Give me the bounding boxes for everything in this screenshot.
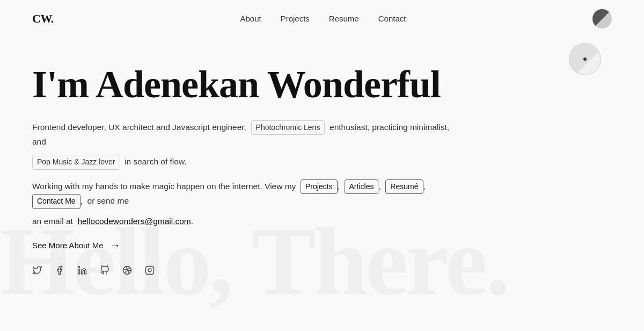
description-line2: Pop Music & Jazz lover in search of flow…: [32, 155, 451, 170]
comma4: , or send me: [80, 196, 129, 205]
desc-line3-pre: Working with my hands to make magic happ…: [32, 182, 296, 191]
nav-resume[interactable]: Resume: [329, 14, 359, 23]
svg-point-1: [78, 267, 80, 268]
linkedin-icon: [77, 265, 87, 275]
github-link[interactable]: [100, 265, 109, 278]
nav-contact[interactable]: Contact: [378, 14, 406, 23]
projects-link[interactable]: Projects: [301, 179, 338, 195]
comma1: ,: [338, 182, 340, 191]
dribbble-link[interactable]: [122, 265, 132, 278]
decorative-circle: [569, 43, 601, 75]
dribbble-icon: [122, 265, 132, 275]
description-line1: Frontend developer, UX architect and Jav…: [32, 120, 451, 149]
comma3: ,: [423, 182, 426, 191]
desc-line2-post: in search of flow.: [125, 157, 186, 166]
main-content: I'm Adenekan Wonderful Frontend develope…: [0, 38, 644, 278]
logo: CW.: [32, 12, 54, 26]
articles-link[interactable]: Articles: [345, 179, 379, 195]
hero-heading: I'm Adenekan Wonderful: [32, 64, 612, 105]
description-line3: Working with my hands to make magic happ…: [32, 179, 451, 210]
see-more-link[interactable]: See More About Me →: [32, 239, 612, 251]
comma2: ,: [378, 182, 380, 191]
contact-me-link[interactable]: Contact Me: [32, 194, 80, 209]
svg-rect-3: [146, 267, 154, 275]
pop-music-jazz-tag: Pop Music & Jazz lover: [32, 155, 120, 170]
facebook-icon: [55, 265, 64, 275]
nav-about[interactable]: About: [240, 14, 261, 23]
linkedin-link[interactable]: [77, 265, 87, 278]
photochromic-lens-tag: Photochromic Lens: [251, 120, 325, 135]
arrow-icon: →: [110, 239, 120, 251]
period: .: [191, 217, 193, 226]
navbar: CW. About Projects Resume Contact: [0, 0, 644, 38]
nav-projects[interactable]: Projects: [281, 14, 310, 23]
twitter-icon: [32, 265, 42, 275]
description-block2: Working with my hands to make magic happ…: [32, 179, 451, 229]
email-pre: an email at: [32, 217, 73, 226]
nav-links: About Projects Resume Contact: [240, 14, 406, 24]
github-icon: [100, 265, 109, 275]
facebook-link[interactable]: [55, 265, 64, 278]
svg-rect-0: [78, 269, 80, 274]
description-line4: an email at hellocodewonders@gmail.com.: [32, 214, 451, 228]
email-link[interactable]: hellocodewonders@gmail.com: [77, 217, 191, 226]
description-block: Frontend developer, UX architect and Jav…: [32, 120, 451, 170]
resume-link[interactable]: Resumé: [385, 179, 423, 195]
instagram-link[interactable]: [145, 265, 155, 278]
instagram-icon: [145, 265, 155, 275]
desc-line1-pre: Frontend developer, UX architect and Jav…: [32, 123, 246, 132]
theme-toggle-button[interactable]: [592, 9, 612, 28]
see-more-label: See More About Me: [32, 241, 104, 250]
twitter-link[interactable]: [32, 265, 42, 278]
social-icons-bar: [32, 265, 612, 278]
